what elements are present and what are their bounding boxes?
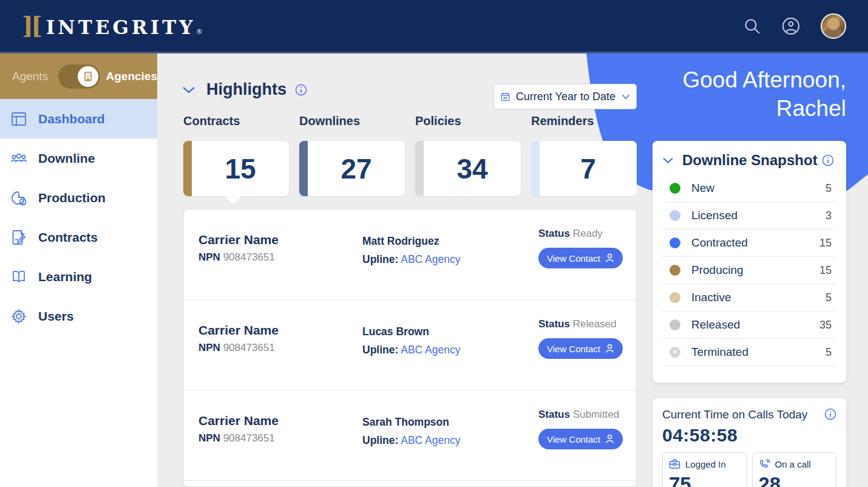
sidebar-item-users[interactable]: Users	[0, 296, 157, 336]
view-contact-button[interactable]: View Contact	[538, 338, 623, 359]
snapshot-value: 5	[826, 291, 832, 304]
toggle-label-agencies[interactable]: Agencies	[106, 70, 157, 83]
snapshot-row-terminated[interactable]: ✕ Terminated 5	[662, 339, 836, 366]
stat-card-contracts[interactable]: 15	[183, 141, 289, 196]
snapshot-value: 15	[819, 237, 832, 250]
contract-row: Carrier Name NPN 908473651 Lucas Brown U…	[184, 300, 636, 390]
learning-icon	[10, 268, 28, 286]
brand-logo: ][ INTEGRITY ®	[22, 13, 202, 38]
snapshot-label: Released	[691, 318, 740, 332]
upline-link[interactable]: ABC Agency	[401, 253, 460, 265]
downline-icon	[10, 149, 28, 168]
stat-value: 7	[540, 152, 637, 185]
account-icon[interactable]	[782, 17, 800, 35]
sidebar-item-label: Dashboard	[38, 112, 105, 126]
snapshot-collapse-chevron[interactable]	[662, 157, 674, 164]
user-avatar[interactable]	[821, 13, 846, 39]
sidebar-item-dashboard[interactable]: Dashboard	[0, 99, 157, 138]
stat-value: 34	[424, 152, 521, 185]
briefcase-icon	[669, 458, 680, 469]
contract-row: Carrier Name NPN 908473651 Sarah Thompso…	[184, 390, 636, 481]
sidebar-nav: Dashboard Downline $ Production Contrac	[0, 99, 157, 487]
stat-value: 27	[308, 152, 405, 185]
gear-icon	[10, 307, 28, 325]
sidebar-item-label: Downline	[38, 151, 95, 166]
upline-label: Upline:	[362, 434, 398, 446]
highlights-collapse-chevron[interactable]	[182, 86, 195, 94]
snapshot-value: 5	[826, 346, 832, 359]
status-label: Status	[538, 409, 570, 420]
highlights-info-icon[interactable]	[295, 84, 307, 96]
upline-link[interactable]: ABC Agency	[401, 434, 460, 446]
phone-call-icon	[759, 458, 770, 469]
date-range-dropdown[interactable]: Current Year to Date	[493, 84, 637, 109]
logged-in-label: Logged In	[685, 459, 726, 469]
view-contact-label: View Contact	[547, 434, 600, 444]
snapshot-row-producing[interactable]: Producing 15	[662, 257, 836, 284]
npn-label: NPN	[198, 432, 220, 444]
brand-mark-icon: ][	[22, 13, 40, 38]
status-dot	[670, 292, 680, 303]
stat-accent-bar	[183, 141, 192, 196]
stat-accent-bar	[415, 141, 424, 196]
dashboard-icon	[10, 110, 28, 128]
status-dot	[670, 183, 680, 194]
on-a-call-value: 28	[759, 473, 830, 487]
stat-card-downlines[interactable]: 27	[299, 141, 405, 196]
sidebar-item-label: Users	[38, 309, 73, 324]
npn-value: 908473651	[223, 251, 275, 263]
agent-name: Lucas Brown	[362, 325, 460, 338]
snapshot-value: 5	[826, 182, 832, 195]
contracts-icon	[10, 228, 28, 247]
snapshot-row-inactive[interactable]: Inactive 5	[662, 284, 836, 312]
snapshot-title: Downline Snapshot	[682, 152, 818, 169]
sidebar-item-label: Production	[38, 191, 106, 205]
time-on-calls-value: 04:58:58	[662, 425, 836, 446]
sidebar-item-learning[interactable]: Learning	[0, 257, 157, 296]
on-a-call-label: On a call	[775, 459, 811, 469]
view-contact-button[interactable]: View Contact	[538, 248, 623, 268]
status-label: Status	[538, 318, 570, 330]
chevron-down-icon	[622, 93, 630, 101]
on-a-call-box: On a call 28	[752, 452, 837, 487]
view-contact-label: View Contact	[547, 253, 600, 264]
logged-in-box: Logged In 75	[662, 452, 747, 487]
upline-link[interactable]: ABC Agency	[401, 344, 460, 356]
agents-agencies-toggle[interactable]	[58, 64, 100, 89]
search-icon[interactable]	[743, 17, 761, 35]
svg-text:$: $	[21, 199, 24, 205]
snapshot-value: 15	[819, 264, 832, 277]
snapshot-row-licensed[interactable]: Licensed 3	[662, 202, 836, 230]
snapshot-info-icon[interactable]	[822, 154, 834, 166]
upline-label: Upline:	[362, 344, 398, 356]
contract-row-partial	[184, 481, 636, 487]
npn-label: NPN	[198, 251, 220, 263]
person-icon	[605, 344, 614, 353]
top-bar: ][ INTEGRITY ®	[0, 0, 868, 53]
time-on-calls-card: Current Time on Calls Today 04:58:58 Log…	[653, 398, 846, 487]
sidebar-item-downline[interactable]: Downline	[0, 138, 157, 178]
app-screen: Good Afternoon, Rachel ][ INTEGRITY ®	[0, 0, 868, 487]
view-contact-button[interactable]: View Contact	[538, 429, 623, 449]
stat-label-policies: Policies	[415, 114, 461, 128]
snapshot-row-new[interactable]: New 5	[662, 175, 836, 202]
time-on-calls-info-icon[interactable]	[824, 408, 836, 420]
snapshot-label: New	[691, 182, 714, 195]
calendar-icon	[500, 89, 510, 104]
snapshot-row-released[interactable]: Released 35	[662, 312, 836, 339]
toggle-knob[interactable]	[78, 66, 98, 87]
status-value: Released	[573, 318, 617, 330]
snapshot-row-contracted[interactable]: Contracted 15	[662, 230, 836, 257]
toggle-label-agents[interactable]: Agents	[12, 70, 48, 83]
snapshot-label: Inactive	[691, 291, 731, 304]
status-value: Ready	[573, 228, 603, 239]
status-dot	[670, 237, 680, 248]
stat-accent-bar	[531, 141, 540, 196]
status-dot	[670, 265, 680, 276]
stat-card-policies[interactable]: 34	[415, 141, 521, 196]
sidebar-item-contracts[interactable]: Contracts	[0, 217, 157, 257]
carrier-name: Carrier Name	[198, 323, 279, 338]
status-dot-x: ✕	[670, 347, 680, 358]
sidebar-item-production[interactable]: $ Production	[0, 178, 157, 217]
stat-card-reminders[interactable]: 7	[531, 141, 637, 196]
